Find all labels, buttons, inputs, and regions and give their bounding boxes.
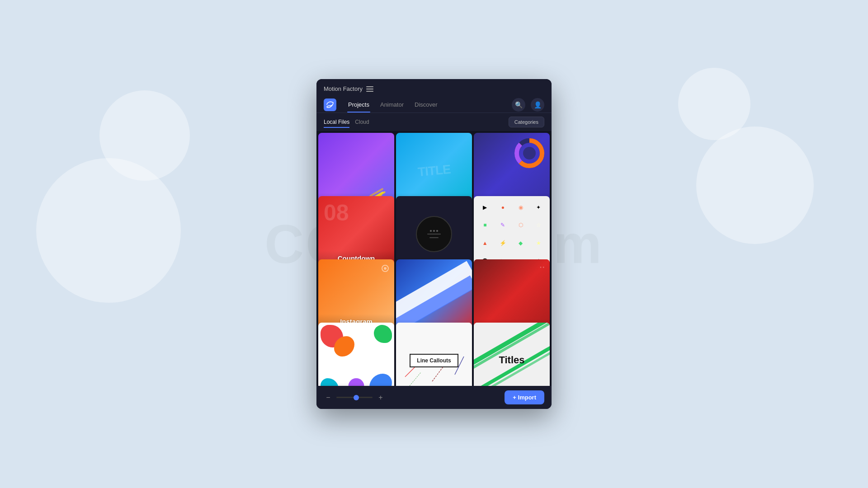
tile-titles-label: Titles bbox=[474, 351, 550, 371]
app-title: Motion Factory bbox=[324, 85, 363, 92]
account-button[interactable]: 👤 bbox=[531, 98, 544, 112]
import-button[interactable]: + Import bbox=[505, 390, 544, 404]
zoom-minus-button[interactable]: − bbox=[324, 393, 333, 402]
tile-titles[interactable]: Titles bbox=[474, 323, 550, 386]
filter-local-files[interactable]: Local Files bbox=[324, 117, 349, 127]
svg-point-4 bbox=[523, 147, 536, 160]
filter-cloud[interactable]: Cloud bbox=[355, 117, 369, 127]
bottom-bar: − + + Import bbox=[316, 386, 552, 409]
zoom-slider[interactable] bbox=[336, 397, 373, 398]
nav-animator[interactable]: Animator bbox=[379, 97, 405, 113]
tile-webelements[interactable]: Web Elements bbox=[318, 323, 394, 386]
zoom-thumb bbox=[354, 395, 359, 400]
categories-button[interactable]: Categories bbox=[509, 117, 544, 127]
nav-bar: Projects Animator Discover 🔍 👤 bbox=[316, 97, 552, 113]
svg-rect-0 bbox=[324, 99, 336, 111]
tile-linecallouts[interactable]: Line Callouts bbox=[396, 323, 472, 386]
tile-webelements-label: Web Elements bbox=[318, 383, 394, 386]
web-blobs bbox=[318, 323, 394, 386]
zoom-plus-button[interactable]: + bbox=[376, 393, 385, 402]
menu-icon[interactable] bbox=[366, 86, 373, 92]
logo-icon bbox=[324, 99, 336, 111]
callout-label-box: Line Callouts bbox=[410, 354, 458, 367]
search-button[interactable]: 🔍 bbox=[512, 98, 525, 112]
svg-line-8 bbox=[410, 372, 421, 386]
tiles-grid: Backgrounds TITLE Text Boxes Diagrams 08… bbox=[316, 131, 552, 386]
tile-textboxes-demo: TITLE bbox=[417, 162, 451, 179]
title-bar: Motion Factory bbox=[316, 79, 552, 97]
diagrams-donut bbox=[514, 137, 545, 169]
scene-circle bbox=[416, 216, 452, 252]
app-window: Motion Factory Projects Animator Discove… bbox=[316, 79, 552, 409]
nav-discover[interactable]: Discover bbox=[414, 97, 439, 113]
nav-projects[interactable]: Projects bbox=[347, 97, 370, 113]
countdown-number: 08 bbox=[324, 200, 349, 226]
filter-bar: Local Files Cloud Categories bbox=[316, 113, 552, 131]
